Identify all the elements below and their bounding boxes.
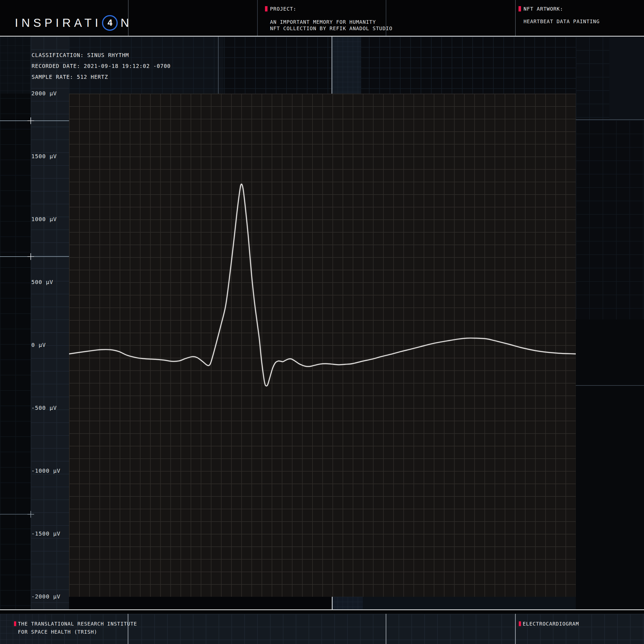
- header-bar: INSPIRATI 4 N PROJECT: AN IMPORTANT MEMO…: [0, 0, 644, 36]
- y-tick-label: 0 µV: [31, 342, 46, 348]
- inspiration4-logo: INSPIRATI 4 N: [15, 15, 132, 31]
- crosshair-line-2: [0, 256, 69, 257]
- logo-digit: 4: [108, 18, 112, 28]
- right-grid-band-mid: [576, 120, 644, 319]
- footer-vline-1: [128, 614, 128, 644]
- right-accent-hline-2: [576, 385, 644, 386]
- project-accent-bar: [265, 6, 267, 11]
- footer-black-band: [0, 610, 644, 614]
- header-divider-2: [257, 0, 258, 36]
- crosshair-line-3: [0, 514, 31, 515]
- institute-line-1: THE TRANSLATIONAL RESEARCH INSTITUTE: [18, 620, 137, 628]
- y-tick-label: 1000 µV: [31, 216, 57, 222]
- institute-accent-bar: [14, 621, 16, 626]
- crosshair-line-1: [0, 120, 69, 121]
- project-line-2: NFT COLLECTION BY REFIK ANADOL STUDIO: [270, 25, 392, 32]
- y-tick-label: -500 µV: [31, 404, 57, 411]
- background-left-column: [0, 37, 31, 609]
- crosshair-marker-2: [27, 253, 34, 260]
- footer-vline-3: [515, 614, 516, 644]
- artwork-canvas: INSPIRATI 4 N PROJECT: AN IMPORTANT MEMO…: [0, 0, 644, 644]
- crosshair-marker-3: [27, 511, 34, 518]
- y-tick-label: 2000 µV: [31, 90, 57, 97]
- logo-ring-4: 4: [102, 15, 118, 31]
- accent-vline-above-chart-2: [332, 37, 332, 94]
- header-divider-4: [515, 0, 516, 36]
- metadata-classification: CLASSIFICATION: SINUS RHYTHM: [32, 52, 171, 58]
- bright-vline-below-chart: [332, 596, 333, 609]
- right-light-panel: [609, 37, 644, 120]
- institute-line-2: FOR SPACE HEALTH (TRISH): [18, 628, 97, 636]
- finegrid-panel-above-chart: [333, 37, 361, 94]
- y-tick-label: 500 µV: [31, 279, 53, 285]
- below-chart-right-panel: [363, 597, 576, 609]
- y-tick-label: -1500 µV: [31, 530, 60, 537]
- project-line-1: AN IMPORTANT MEMORY FOR HUMANITY: [270, 18, 376, 25]
- ecg-trace: [69, 94, 576, 597]
- ecg-accent-bar: [519, 621, 521, 626]
- metadata-recorded-date: RECORDED DATE: 2021-09-18 19:12:02 -0700: [32, 63, 171, 69]
- header-separator-line: [0, 36, 644, 37]
- metadata-block: CLASSIFICATION: SINUS RHYTHM RECORDED DA…: [32, 52, 171, 85]
- logo-text-right: N: [120, 16, 132, 30]
- logo-text-left: INSPIRATI: [15, 16, 101, 30]
- crosshair-marker-1: [27, 117, 34, 124]
- artwork-name: HEARTBEAT DATA PAINTING: [524, 18, 600, 25]
- right-accent-hline-1: [576, 119, 644, 120]
- sidebar-panel: [31, 37, 69, 609]
- metadata-sample-rate: SAMPLE RATE: 512 HERTZ: [32, 74, 171, 80]
- footer-vline-2: [386, 614, 386, 644]
- y-tick-label: -1000 µV: [31, 467, 60, 474]
- ecg-chart: [69, 94, 576, 597]
- project-label: PROJECT:: [270, 6, 297, 12]
- artwork-type-label: ELECTROCARDIOGRAM: [523, 620, 579, 628]
- artwork-accent-bar: [518, 6, 521, 11]
- finegrid-panel-below-chart: [333, 597, 363, 609]
- y-tick-label: 1500 µV: [31, 153, 57, 160]
- artwork-label: NFT ARTWORK:: [524, 6, 563, 12]
- accent-vline-above-chart-1: [218, 37, 219, 94]
- y-tick-label: -2000 µV: [31, 593, 60, 600]
